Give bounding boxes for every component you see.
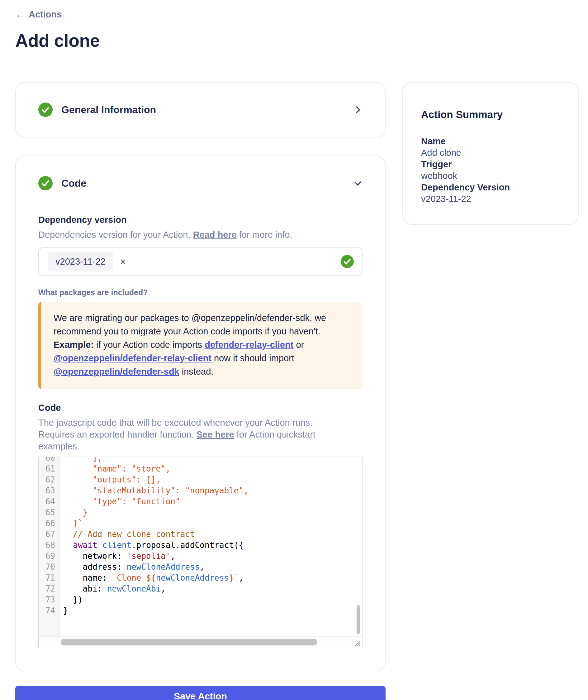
check-circle-icon [38, 176, 53, 190]
code-line: 63 "stateMutability": "nonpayable", [39, 485, 362, 496]
code-line: 60 ], [39, 457, 362, 464]
line-number: 64 [39, 496, 59, 507]
line-number: 70 [39, 562, 59, 573]
line-number: 60 [39, 457, 59, 464]
read-here-link[interactable]: Read here [193, 230, 237, 240]
valid-check-icon [341, 255, 354, 268]
migration-note-link[interactable]: @openzeppelin/defender-relay-client [54, 353, 211, 363]
code-line: 66 ]` [39, 518, 362, 529]
chevron-down-icon[interactable] [353, 178, 363, 188]
line-number: 73 [39, 594, 59, 605]
summary-field-value: Add clone [421, 147, 560, 159]
line-number: 72 [39, 583, 59, 594]
vertical-scrollbar-thumb[interactable] [357, 605, 360, 634]
summary-field-value: webhook [421, 170, 560, 182]
summary-field-label: Name [421, 136, 560, 147]
save-action-button[interactable]: Save Action [15, 686, 386, 700]
code-line: 70 address: newCloneAddress, [39, 562, 362, 573]
check-circle-icon [38, 102, 53, 117]
line-number: 74 [39, 605, 59, 616]
code-line: 62 "outputs": [], [39, 474, 362, 485]
page-title: Add clone [15, 30, 573, 51]
code-line: 61 "name": "store", [39, 464, 362, 474]
general-information-header[interactable]: General Information [38, 102, 363, 117]
code-line: 72 abi: newCloneAbi, [39, 583, 362, 594]
code-line: 64 "type": "function" [39, 496, 362, 507]
summary-field-label: Dependency Version [421, 182, 560, 193]
code-line: 73 }) [39, 594, 362, 605]
line-number: 71 [39, 573, 59, 583]
migration-note-text: We are migrating our packages to @openze… [54, 311, 340, 379]
action-summary-fields: NameAdd cloneTriggerwebhookDependency Ve… [421, 136, 560, 205]
packages-question-label: What packages are included? [38, 288, 363, 297]
chevron-right-icon[interactable] [353, 105, 363, 114]
code-editor-textarea[interactable]: 60 ],61 "name": "store",62 "outputs": []… [39, 457, 362, 636]
see-here-link[interactable]: See here [197, 430, 234, 440]
migration-note-link[interactable]: @openzeppelin/defender-sdk [54, 367, 179, 377]
code-field-description: The javascript code that will be execute… [38, 417, 334, 452]
code-line: 71 name: `Clone ${newCloneAddress}`, [39, 573, 362, 583]
summary-field-value: v2023-11-22 [421, 193, 560, 205]
code-field-label: Code [38, 403, 363, 413]
code-lines: 60 ],61 "name": "store",62 "outputs": []… [39, 457, 362, 616]
migration-note-box: We are migrating our packages to @openze… [38, 302, 363, 389]
section-title-general-information: General Information [61, 104, 156, 116]
summary-field-label: Trigger [421, 159, 560, 170]
action-summary-title: Action Summary [421, 109, 560, 121]
line-number: 62 [39, 474, 59, 485]
code-line: 74} [39, 605, 362, 616]
dependency-version-tag: v2023-11-22 [48, 252, 113, 271]
add-clone-page: ← Actions Add clone General Information [0, 0, 588, 700]
back-arrow-icon: ← [15, 10, 25, 19]
code-line: 68 await client.proposal.addContract({ [39, 540, 362, 551]
line-number: 67 [39, 529, 59, 540]
horizontal-scrollbar-track [39, 636, 362, 648]
breadcrumb[interactable]: ← Actions [15, 9, 62, 20]
breadcrumb-label: Actions [29, 9, 62, 20]
code-card: Code Dependency version Dependencies ver… [15, 155, 386, 671]
migration-note-link[interactable]: defender-relay-client [205, 340, 293, 350]
line-number: 63 [39, 485, 59, 496]
line-number: 65 [39, 507, 59, 518]
action-summary-card: Action Summary NameAdd cloneTriggerwebho… [402, 82, 579, 225]
dependency-version-input[interactable]: v2023-11-22 × [38, 247, 363, 275]
code-line: 65 } [39, 507, 362, 518]
dependency-version-label: Dependency version [38, 215, 363, 225]
code-line: 69 network: 'sepolia', [39, 551, 362, 562]
line-number: 68 [39, 540, 59, 551]
code-line: 67 // Add new clone contract [39, 529, 362, 540]
resize-grip-icon[interactable] [353, 638, 361, 646]
line-number: 66 [39, 518, 59, 529]
code-section-header[interactable]: Code [38, 176, 363, 190]
line-number: 61 [39, 464, 59, 474]
code-editor: 60 ],61 "name": "store",62 "outputs": []… [38, 457, 363, 648]
section-title-code: Code [61, 178, 86, 189]
general-information-card: General Information [15, 82, 386, 137]
remove-tag-icon[interactable]: × [120, 257, 126, 266]
line-number: 69 [39, 551, 59, 562]
dependency-version-description: Dependencies version for your Action. Re… [38, 229, 334, 240]
horizontal-scrollbar-thumb[interactable] [61, 639, 317, 645]
